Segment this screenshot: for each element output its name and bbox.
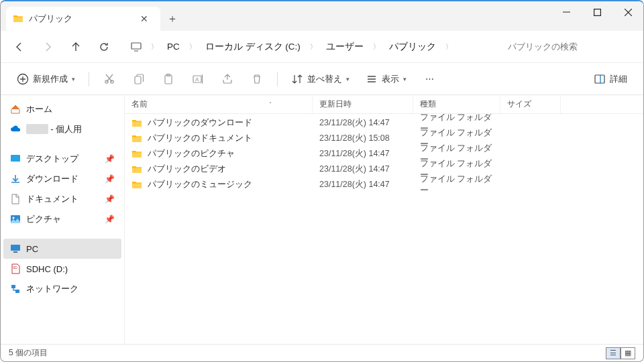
breadcrumb-pc[interactable]: PC [162, 39, 185, 54]
svg-point-26 [13, 217, 15, 219]
command-bar: 新規作成 ▾ A 並べ替え ▾ 表示 ▾ ⋯ 詳細 [1, 63, 643, 95]
table-row[interactable]: パブリックのミュージック23/11/28(火) 14:47ファイル フォルダー [125, 177, 643, 192]
breadcrumb-disk[interactable]: ローカル ディスク (C:) [200, 38, 306, 56]
folder-icon [131, 149, 142, 160]
file-date: 23/11/28(火) 14:47 [313, 179, 413, 190]
details-view-button[interactable]: ☰ [606, 347, 621, 359]
address-bar[interactable]: 〉 PC 〉 ローカル ディスク (C:) 〉 ユーザー 〉 パブリック 〉 [120, 38, 498, 56]
svg-text:SD: SD [13, 265, 17, 269]
sidebar-label: ダウンロード [26, 173, 78, 185]
column-type[interactable]: 種類 [413, 95, 500, 113]
maximize-button[interactable] [582, 1, 612, 23]
item-count: 5 個の項目 [9, 347, 48, 359]
sidebar-item-home[interactable]: ホーム [3, 99, 121, 119]
copy-button[interactable] [125, 68, 152, 90]
view-label: 表示 [382, 73, 399, 85]
close-tab-icon[interactable]: ✕ [138, 13, 151, 24]
file-name: パブリックのミュージック [148, 179, 252, 190]
view-button[interactable]: 表示 ▾ [359, 68, 413, 90]
pc-icon [10, 243, 21, 254]
sidebar-label: SDHC (D:) [26, 264, 68, 274]
details-label: 詳細 [610, 73, 627, 85]
delete-button[interactable] [244, 68, 270, 90]
sort-indicator-icon: ˄ [269, 101, 272, 107]
breadcrumb-users[interactable]: ユーザー [321, 38, 369, 56]
table-row[interactable]: パブリックのドキュメント23/11/28(火) 15:08ファイル フォルダー [125, 131, 643, 146]
rename-button[interactable]: A [184, 68, 211, 90]
view-switcher: ☰ ▦ [606, 347, 635, 359]
sort-button[interactable]: 並べ替え ▾ [284, 68, 356, 90]
pin-icon: 📌 [105, 215, 115, 224]
minimize-button[interactable] [551, 1, 582, 23]
nav-pane: ホーム name - 個人用 デスクトップ 📌 ダウンロード 📌 ドキュメント … [1, 95, 124, 344]
sidebar-item-desktop[interactable]: デスクトップ 📌 [3, 149, 121, 169]
network-icon [10, 284, 21, 294]
up-button[interactable] [64, 35, 88, 59]
file-list: 名前˄ 更新日時 種類 サイズ パブリックのダウンロード23/11/28(火) … [124, 95, 643, 344]
chevron-right-icon[interactable]: 〉 [372, 42, 381, 52]
sidebar-item-downloads[interactable]: ダウンロード 📌 [3, 169, 121, 189]
svg-rect-24 [11, 155, 20, 162]
tab-current[interactable]: パブリック ✕ [6, 7, 160, 31]
sidebar-item-documents[interactable]: ドキュメント 📌 [3, 189, 121, 209]
sidebar-item-network[interactable]: ネットワーク [3, 279, 121, 299]
folder-icon [131, 118, 142, 129]
cloud-icon [10, 124, 21, 135]
status-bar: 5 個の項目 ☰ ▦ [1, 344, 643, 361]
breadcrumb-public[interactable]: パブリック [384, 38, 441, 56]
sidebar-label: name - 個人用 [26, 123, 82, 135]
sidebar-label: ピクチャ [26, 213, 61, 225]
more-button[interactable]: ⋯ [416, 68, 443, 90]
sidebar-label: デスクトップ [26, 153, 78, 165]
sidebar-item-pc[interactable]: PC [3, 239, 121, 259]
search-input[interactable] [502, 36, 637, 58]
svg-rect-1 [594, 9, 600, 15]
cut-button[interactable] [96, 68, 123, 90]
table-row[interactable]: パブリックのビデオ23/11/28(火) 14:47ファイル フォルダー [125, 162, 643, 177]
back-button[interactable] [7, 35, 32, 59]
sort-label: 並べ替え [307, 73, 342, 85]
table-row[interactable]: パブリックのダウンロード23/11/28(火) 14:47ファイル フォルダー [125, 115, 643, 131]
desktop-icon [10, 154, 21, 164]
sidebar-label: ドキュメント [26, 193, 78, 205]
pin-icon: 📌 [105, 194, 115, 204]
table-row[interactable]: パブリックのピクチャ23/11/28(火) 14:47ファイル フォルダー [125, 146, 643, 162]
window-controls [551, 1, 643, 23]
svg-rect-13 [135, 76, 141, 84]
sidebar-label: ネットワーク [26, 283, 78, 295]
chevron-right-icon[interactable]: 〉 [309, 42, 318, 52]
svg-rect-28 [13, 251, 17, 253]
sidebar-item-sdhc[interactable]: SD SDHC (D:) [3, 259, 121, 279]
separator [89, 72, 89, 86]
nav-bar: 〉 PC 〉 ローカル ディスク (C:) 〉 ユーザー 〉 パブリック 〉 [1, 31, 643, 63]
file-date: 23/11/28(火) 14:47 [313, 164, 413, 175]
chevron-right-icon[interactable]: 〉 [444, 42, 453, 52]
column-name[interactable]: 名前˄ [125, 95, 313, 113]
folder-icon [131, 164, 142, 175]
chevron-right-icon[interactable]: 〉 [150, 42, 159, 52]
chevron-right-icon[interactable]: 〉 [188, 42, 197, 52]
new-button[interactable]: 新規作成 ▾ [10, 68, 82, 90]
column-size[interactable]: サイズ [500, 95, 561, 113]
content-area: ホーム name - 個人用 デスクトップ 📌 ダウンロード 📌 ドキュメント … [1, 95, 643, 344]
details-pane-button[interactable]: 詳細 [587, 68, 634, 90]
sidebar-item-pictures[interactable]: ピクチャ 📌 [3, 209, 121, 229]
paste-button[interactable] [155, 68, 182, 90]
separator [277, 72, 278, 86]
close-window-button[interactable] [612, 1, 643, 23]
thumbnail-view-button[interactable]: ▦ [621, 347, 635, 359]
file-rows: パブリックのダウンロード23/11/28(火) 14:47ファイル フォルダーパ… [125, 114, 643, 344]
column-headers: 名前˄ 更新日時 種類 サイズ [125, 95, 643, 114]
svg-rect-4 [131, 43, 141, 49]
download-icon [10, 174, 21, 184]
chevron-down-icon: ▾ [72, 76, 75, 82]
column-date[interactable]: 更新日時 [313, 95, 413, 113]
forward-button[interactable] [36, 35, 60, 59]
share-button[interactable] [214, 68, 241, 90]
pc-root-icon[interactable] [125, 39, 147, 55]
refresh-button[interactable] [92, 35, 116, 59]
document-icon [10, 194, 21, 204]
new-tab-button[interactable]: ＋ [160, 7, 184, 31]
file-name: パブリックのドキュメント [148, 133, 252, 144]
sidebar-item-onedrive[interactable]: name - 個人用 [3, 119, 121, 139]
